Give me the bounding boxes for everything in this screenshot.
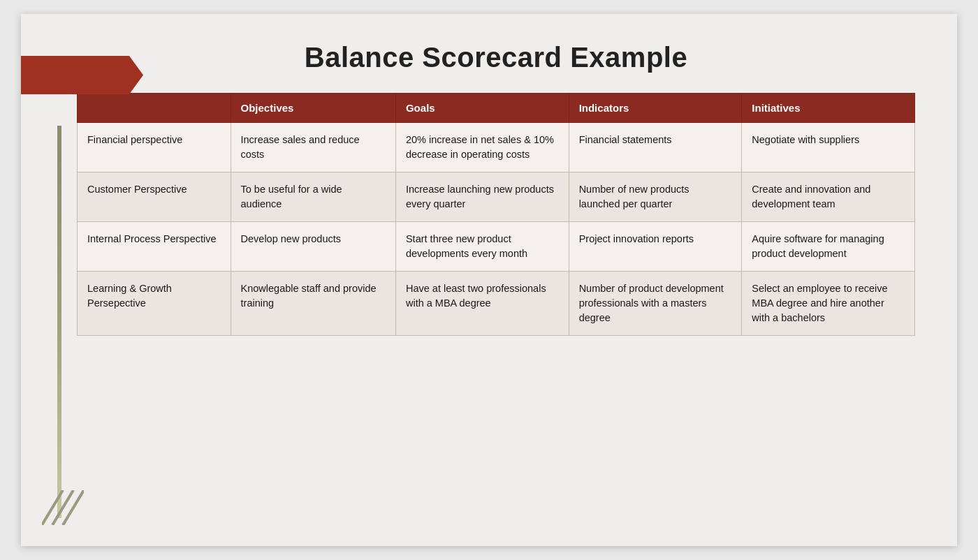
table-row: Internal Process PerspectiveDevelop new … <box>78 222 915 272</box>
cell-indicators: Number of product development profession… <box>569 272 742 336</box>
header-perspective <box>78 94 231 123</box>
cell-objectives: Knowlegable staff and provide training <box>231 272 395 336</box>
header-objectives: Objectives <box>231 94 395 123</box>
cell-initiatives: Select an employee to receive MBA degree… <box>742 272 915 336</box>
svg-line-1 <box>42 490 63 525</box>
cell-indicators: Financial statements <box>569 123 742 172</box>
table-header-row: Objectives Goals Indicators Initiatives <box>78 94 915 123</box>
svg-marker-0 <box>21 56 143 94</box>
table-row: Customer PerspectiveTo be useful for a w… <box>78 172 915 222</box>
cell-perspective: Internal Process Perspective <box>78 222 231 272</box>
cell-perspective: Learning & Growth Persepective <box>78 272 231 336</box>
header-goals: Goals <box>395 94 569 123</box>
title-area: Balance Scorecard Example <box>77 42 915 73</box>
cell-initiatives: Aquire software for managing product dev… <box>742 222 915 272</box>
cell-perspective: Customer Perspective <box>78 172 231 222</box>
cell-objectives: Increase sales and reduce costs <box>231 123 395 172</box>
cell-perspective: Financial perspective <box>78 123 231 172</box>
svg-line-3 <box>63 490 84 525</box>
scorecard-table: Objectives Goals Indicators Initiatives … <box>77 93 915 336</box>
header-indicators: Indicators <box>569 94 742 123</box>
diagonal-lines-decoration <box>42 490 84 525</box>
cell-initiatives: Negotiate with suppliers <box>742 123 915 172</box>
cell-indicators: Project innovation reports <box>569 222 742 272</box>
page-title: Balance Scorecard Example <box>77 42 915 73</box>
table-row: Financial perspectiveIncrease sales and … <box>78 123 915 172</box>
cell-goals: Have at least two professionals with a M… <box>395 272 569 336</box>
cell-goals: Increase launching new products every qu… <box>395 172 569 222</box>
cell-initiatives: Create and innovation and development te… <box>742 172 915 222</box>
slide: Balance Scorecard Example Objectives Goa… <box>21 14 957 546</box>
cell-objectives: To be useful for a wide audience <box>231 172 395 222</box>
cell-goals: 20% increase in net sales & 10% decrease… <box>395 123 569 172</box>
vertical-line-decoration <box>57 126 61 518</box>
cell-indicators: Number of new products launched per quar… <box>569 172 742 222</box>
arrow-decoration <box>21 56 143 94</box>
header-initiatives: Initiatives <box>742 94 915 123</box>
table-row: Learning & Growth PersepectiveKnowlegabl… <box>78 272 915 336</box>
cell-objectives: Develop new products <box>231 222 395 272</box>
cell-goals: Start three new product developments eve… <box>395 222 569 272</box>
svg-line-2 <box>52 490 73 525</box>
